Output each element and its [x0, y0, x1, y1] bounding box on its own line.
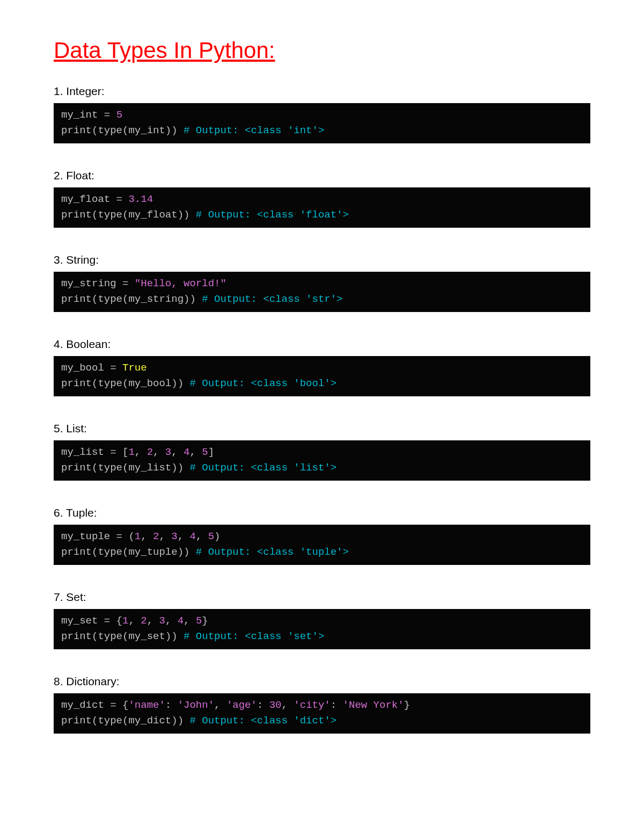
code-block: my_set = {1, 2, 3, 4, 5} print(type(my_s… — [54, 609, 590, 649]
section-heading: 4. Boolean: — [54, 338, 590, 351]
code-block: my_tuple = (1, 2, 3, 4, 5) print(type(my… — [54, 525, 590, 565]
section-heading: 1. Integer: — [54, 85, 590, 98]
section-heading: 3. String: — [54, 253, 590, 266]
section: 7. Set:my_set = {1, 2, 3, 4, 5} print(ty… — [54, 591, 590, 649]
code-block: my_string = "Hello, world!" print(type(m… — [54, 272, 590, 312]
code-block: my_int = 5 print(type(my_int)) # Output:… — [54, 103, 590, 143]
section-heading: 6. Tuple: — [54, 506, 590, 519]
code-block: my_dict = {'name': 'John', 'age': 30, 'c… — [54, 693, 590, 734]
section-heading: 8. Dictionary: — [54, 675, 590, 688]
section: 8. Dictionary:my_dict = {'name': 'John',… — [54, 675, 590, 734]
code-block: my_bool = True print(type(my_bool)) # Ou… — [54, 356, 590, 396]
section-heading: 7. Set: — [54, 591, 590, 604]
section: 5. List:my_list = [1, 2, 3, 4, 5] print(… — [54, 422, 590, 481]
section: 4. Boolean:my_bool = True print(type(my_… — [54, 338, 590, 396]
section: 6. Tuple:my_tuple = (1, 2, 3, 4, 5) prin… — [54, 506, 590, 565]
code-block: my_float = 3.14 print(type(my_float)) # … — [54, 187, 590, 228]
section: 2. Float:my_float = 3.14 print(type(my_f… — [54, 169, 590, 228]
page-title: Data Types In Python: — [54, 38, 590, 63]
section-heading: 2. Float: — [54, 169, 590, 182]
section-heading: 5. List: — [54, 422, 590, 435]
code-block: my_list = [1, 2, 3, 4, 5] print(type(my_… — [54, 440, 590, 481]
section: 1. Integer:my_int = 5 print(type(my_int)… — [54, 85, 590, 143]
section: 3. String:my_string = "Hello, world!" pr… — [54, 253, 590, 312]
sections-container: 1. Integer:my_int = 5 print(type(my_int)… — [54, 85, 590, 734]
